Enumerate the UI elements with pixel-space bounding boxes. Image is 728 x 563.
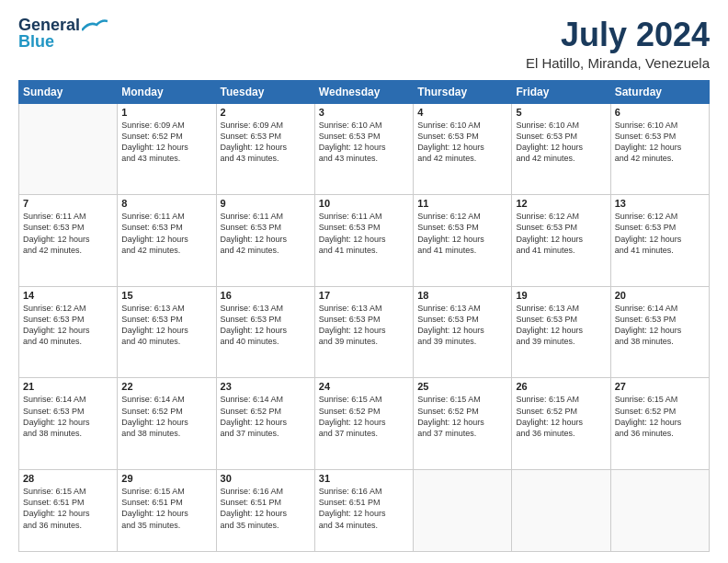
day-number: 13 [615,198,705,209]
table-row: 23Sunrise: 6:14 AMSunset: 6:52 PMDayligh… [216,378,314,470]
table-row: 31Sunrise: 6:16 AMSunset: 6:51 PMDayligh… [314,470,413,552]
day-number: 31 [319,473,409,484]
logo-bird-icon [82,19,108,32]
table-row [414,470,512,552]
day-number: 4 [417,107,507,118]
day-number: 5 [516,107,606,118]
calendar-table: SundayMondayTuesdayWednesdayThursdayFrid… [18,80,710,552]
table-row: 5Sunrise: 6:10 AMSunset: 6:53 PMDaylight… [512,103,610,195]
table-row: 17Sunrise: 6:13 AMSunset: 6:53 PMDayligh… [314,286,413,378]
day-info: Sunrise: 6:10 AMSunset: 6:53 PMDaylight:… [516,120,606,165]
day-number: 25 [417,381,507,392]
day-number: 14 [23,290,113,301]
calendar-header-monday: Monday [118,80,216,103]
calendar-header-tuesday: Tuesday [216,80,314,103]
day-info: Sunrise: 6:15 AMSunset: 6:52 PMDaylight:… [516,394,606,439]
day-info: Sunrise: 6:14 AMSunset: 6:52 PMDaylight:… [221,394,311,439]
table-row: 7Sunrise: 6:11 AMSunset: 6:53 PMDaylight… [19,195,118,287]
table-row: 18Sunrise: 6:13 AMSunset: 6:53 PMDayligh… [414,286,512,378]
day-info: Sunrise: 6:13 AMSunset: 6:53 PMDaylight:… [319,303,409,348]
day-number: 6 [615,107,705,118]
day-info: Sunrise: 6:10 AMSunset: 6:53 PMDaylight:… [417,120,507,165]
calendar-week-row: 7Sunrise: 6:11 AMSunset: 6:53 PMDaylight… [19,195,710,287]
table-row: 16Sunrise: 6:13 AMSunset: 6:53 PMDayligh… [216,286,314,378]
day-number: 22 [121,381,211,392]
table-row: 26Sunrise: 6:15 AMSunset: 6:52 PMDayligh… [512,378,610,470]
day-number: 1 [121,107,211,118]
day-info: Sunrise: 6:10 AMSunset: 6:53 PMDaylight:… [319,120,409,165]
day-number: 18 [417,290,507,301]
page: General Blue July 2024 El Hatillo, Miran… [0,0,728,563]
day-number: 17 [319,290,409,301]
day-number: 20 [615,290,705,301]
day-info: Sunrise: 6:15 AMSunset: 6:51 PMDaylight:… [23,486,113,531]
calendar-header-thursday: Thursday [414,80,512,103]
calendar-header-saturday: Saturday [610,80,709,103]
table-row: 24Sunrise: 6:15 AMSunset: 6:52 PMDayligh… [314,378,413,470]
day-number: 29 [121,473,211,484]
day-number: 30 [221,473,311,484]
title-block: July 2024 El Hatillo, Miranda, Venezuela [526,17,710,71]
day-info: Sunrise: 6:09 AMSunset: 6:53 PMDaylight:… [221,120,311,165]
table-row: 15Sunrise: 6:13 AMSunset: 6:53 PMDayligh… [118,286,216,378]
day-info: Sunrise: 6:13 AMSunset: 6:53 PMDaylight:… [417,303,507,348]
calendar-week-row: 14Sunrise: 6:12 AMSunset: 6:53 PMDayligh… [19,286,710,378]
calendar-header-friday: Friday [512,80,610,103]
calendar-header-wednesday: Wednesday [314,80,413,103]
table-row: 19Sunrise: 6:13 AMSunset: 6:53 PMDayligh… [512,286,610,378]
day-info: Sunrise: 6:12 AMSunset: 6:53 PMDaylight:… [516,211,606,256]
day-number: 11 [417,198,507,209]
table-row: 8Sunrise: 6:11 AMSunset: 6:53 PMDaylight… [118,195,216,287]
table-row: 22Sunrise: 6:14 AMSunset: 6:52 PMDayligh… [118,378,216,470]
day-info: Sunrise: 6:15 AMSunset: 6:52 PMDaylight:… [615,394,705,439]
day-info: Sunrise: 6:15 AMSunset: 6:52 PMDaylight:… [319,394,409,439]
calendar-week-row: 1Sunrise: 6:09 AMSunset: 6:52 PMDaylight… [19,103,710,195]
table-row: 3Sunrise: 6:10 AMSunset: 6:53 PMDaylight… [314,103,413,195]
day-info: Sunrise: 6:09 AMSunset: 6:52 PMDaylight:… [121,120,211,165]
day-info: Sunrise: 6:11 AMSunset: 6:53 PMDaylight:… [221,211,311,256]
day-info: Sunrise: 6:14 AMSunset: 6:53 PMDaylight:… [615,303,705,348]
table-row: 28Sunrise: 6:15 AMSunset: 6:51 PMDayligh… [19,470,118,552]
day-number: 19 [516,290,606,301]
day-info: Sunrise: 6:11 AMSunset: 6:53 PMDaylight:… [319,211,409,256]
table-row: 14Sunrise: 6:12 AMSunset: 6:53 PMDayligh… [19,286,118,378]
logo-blue: Blue [18,33,54,52]
main-title: July 2024 [526,17,710,53]
day-info: Sunrise: 6:11 AMSunset: 6:53 PMDaylight:… [121,211,211,256]
table-row: 25Sunrise: 6:15 AMSunset: 6:52 PMDayligh… [414,378,512,470]
table-row: 6Sunrise: 6:10 AMSunset: 6:53 PMDaylight… [610,103,709,195]
day-number: 26 [516,381,606,392]
day-info: Sunrise: 6:16 AMSunset: 6:51 PMDaylight:… [221,486,311,531]
table-row [19,103,118,195]
table-row: 29Sunrise: 6:15 AMSunset: 6:51 PMDayligh… [118,470,216,552]
day-info: Sunrise: 6:15 AMSunset: 6:51 PMDaylight:… [121,486,211,531]
day-number: 15 [121,290,211,301]
table-row: 11Sunrise: 6:12 AMSunset: 6:53 PMDayligh… [414,195,512,287]
day-number: 16 [221,290,311,301]
day-number: 21 [23,381,113,392]
day-number: 23 [221,381,311,392]
day-info: Sunrise: 6:13 AMSunset: 6:53 PMDaylight:… [516,303,606,348]
table-row: 2Sunrise: 6:09 AMSunset: 6:53 PMDaylight… [216,103,314,195]
day-info: Sunrise: 6:13 AMSunset: 6:53 PMDaylight:… [121,303,211,348]
day-number: 9 [221,198,311,209]
day-info: Sunrise: 6:10 AMSunset: 6:53 PMDaylight:… [615,120,705,165]
day-info: Sunrise: 6:11 AMSunset: 6:53 PMDaylight:… [23,211,113,256]
day-number: 2 [221,107,311,118]
day-number: 27 [615,381,705,392]
day-number: 24 [319,381,409,392]
table-row: 13Sunrise: 6:12 AMSunset: 6:53 PMDayligh… [610,195,709,287]
table-row [610,470,709,552]
day-info: Sunrise: 6:12 AMSunset: 6:53 PMDaylight:… [23,303,113,348]
day-number: 28 [23,473,113,484]
day-number: 7 [23,198,113,209]
day-info: Sunrise: 6:16 AMSunset: 6:51 PMDaylight:… [319,486,409,531]
table-row: 27Sunrise: 6:15 AMSunset: 6:52 PMDayligh… [610,378,709,470]
day-number: 3 [319,107,409,118]
day-info: Sunrise: 6:14 AMSunset: 6:52 PMDaylight:… [121,394,211,439]
day-info: Sunrise: 6:13 AMSunset: 6:53 PMDaylight:… [221,303,311,348]
calendar-week-row: 28Sunrise: 6:15 AMSunset: 6:51 PMDayligh… [19,470,710,552]
table-row: 20Sunrise: 6:14 AMSunset: 6:53 PMDayligh… [610,286,709,378]
table-row: 1Sunrise: 6:09 AMSunset: 6:52 PMDaylight… [118,103,216,195]
table-row: 30Sunrise: 6:16 AMSunset: 6:51 PMDayligh… [216,470,314,552]
